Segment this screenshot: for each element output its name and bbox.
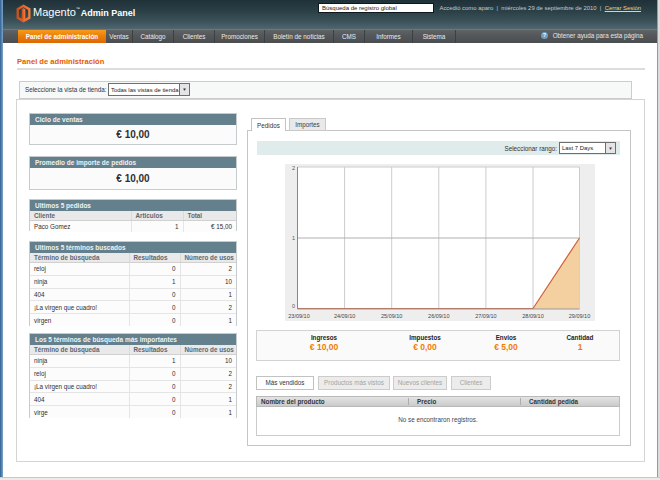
svg-text:29/09/10: 29/09/10 (569, 313, 590, 319)
svg-text:2: 2 (292, 165, 295, 171)
svg-text:24/09/10: 24/09/10 (334, 313, 355, 319)
svg-text:23/09/10: 23/09/10 (288, 313, 309, 319)
svg-text:26/09/10: 26/09/10 (428, 313, 449, 319)
svg-text:25/09/10: 25/09/10 (381, 313, 402, 319)
svg-text:0: 0 (292, 303, 295, 309)
svg-text:27/09/10: 27/09/10 (475, 313, 496, 319)
svg-text:28/09/10: 28/09/10 (522, 313, 543, 319)
svg-text:1: 1 (292, 235, 295, 241)
